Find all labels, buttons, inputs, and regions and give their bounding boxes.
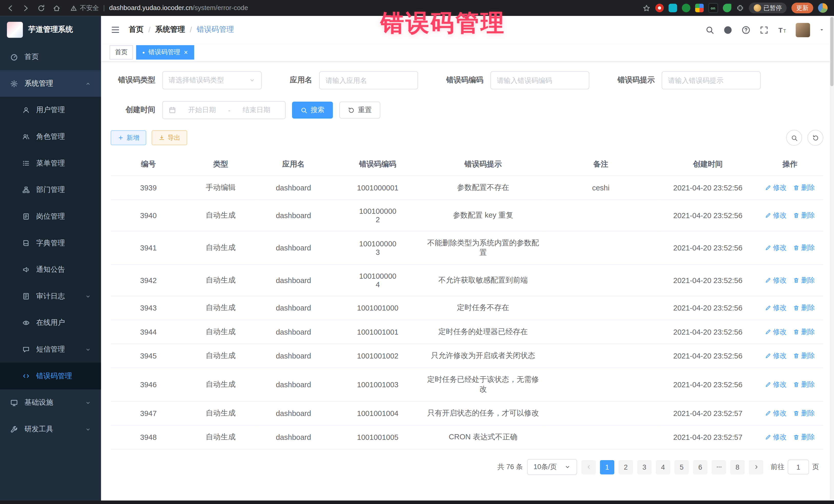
sidebar-item-label: 字典管理 [36, 238, 65, 248]
browser-update-button[interactable]: 更新 [791, 3, 813, 13]
pager-page-4[interactable]: 4 [656, 460, 670, 474]
security-chip[interactable]: 不安全 [70, 3, 99, 12]
cell-code: 1001001002 [332, 344, 424, 368]
extension-icon[interactable] [655, 4, 664, 12]
reset-button[interactable]: 重置 [339, 102, 380, 118]
cell-message: 参数配置不存在 [424, 176, 543, 200]
sidebar-item-system[interactable]: 系统管理 [0, 70, 101, 97]
back-icon[interactable] [6, 4, 14, 12]
row-delete-link[interactable]: 删除 [793, 211, 815, 220]
sidebar-item-dept[interactable]: 部门管理 [0, 177, 101, 203]
row-edit-link[interactable]: 修改 [765, 276, 787, 285]
chevron-down-icon[interactable] [819, 27, 825, 32]
scrollbar[interactable] [830, 16, 834, 500]
breadcrumb-home[interactable]: 首页 [129, 25, 144, 35]
app-logo[interactable]: 芋道管理系统 [0, 16, 101, 44]
extension-icon[interactable] [668, 4, 677, 12]
address-bar[interactable]: dashboard.yudao.iocoder.cn/system/error-… [109, 4, 248, 12]
sidebar-item-infra[interactable]: 基础设施 [0, 389, 101, 416]
search-button[interactable]: 搜索 [292, 102, 333, 118]
bookmark-star-icon[interactable] [642, 4, 650, 12]
row-delete-link[interactable]: 删除 [793, 327, 815, 337]
profile-paused-chip[interactable]: 已暂停 [749, 3, 787, 13]
row-edit-link[interactable]: 修改 [765, 351, 787, 360]
edit-label: 修改 [773, 183, 787, 193]
row-edit-link[interactable]: 修改 [765, 432, 787, 442]
row-delete-link[interactable]: 删除 [793, 243, 815, 253]
fullscreen-icon[interactable] [760, 25, 769, 34]
row-delete-link[interactable]: 删除 [793, 303, 815, 312]
extension-icon[interactable] [695, 4, 703, 12]
row-delete-link[interactable]: 删除 [793, 409, 815, 418]
cell-remark [543, 231, 659, 265]
user-avatar[interactable] [796, 23, 810, 37]
scrollbar-thumb[interactable] [830, 17, 833, 86]
sidebar-item-home[interactable]: 首页 [0, 44, 101, 70]
app-name-input[interactable] [319, 71, 418, 89]
edit-label: 修改 [773, 303, 787, 312]
reload-icon[interactable] [37, 4, 45, 12]
row-edit-link[interactable]: 修改 [765, 327, 787, 337]
row-edit-link[interactable]: 修改 [765, 243, 787, 253]
row-delete-link[interactable]: 删除 [793, 351, 815, 360]
row-edit-link[interactable]: 修改 [765, 303, 787, 312]
tab-home[interactable]: 首页 [110, 45, 133, 60]
sidebar-item-notice[interactable]: 通知公告 [0, 256, 101, 283]
row-delete-link[interactable]: 删除 [793, 380, 815, 389]
pager-next-button[interactable] [749, 460, 763, 474]
show-search-button[interactable] [786, 130, 802, 146]
error-code-input[interactable] [490, 71, 589, 89]
pagination-total: 共 76 条 [498, 462, 523, 472]
sidebar-item-online-user[interactable]: 在线用户 [0, 309, 101, 336]
sidebar-item-sms[interactable]: 短信管理 [0, 336, 101, 363]
sidebar-item-role[interactable]: 角色管理 [0, 124, 101, 150]
extension-leaf-icon[interactable] [723, 4, 731, 12]
row-delete-link[interactable]: 删除 [793, 432, 815, 442]
pager-page-3[interactable]: 3 [637, 460, 652, 474]
sidebar-item-devtools[interactable]: 研发工具 [0, 416, 101, 443]
sidebar-item-dict[interactable]: 字典管理 [0, 230, 101, 256]
cell-operations: 修改删除 [756, 176, 823, 200]
pager-more-button[interactable] [711, 460, 726, 474]
pager-page-8[interactable]: 8 [730, 460, 745, 474]
text-size-icon[interactable]: TT [777, 25, 787, 34]
sidebar-item-menu[interactable]: 菜单管理 [0, 150, 101, 177]
add-button[interactable]: 新增 [111, 130, 146, 145]
pager-page-2[interactable]: 2 [619, 460, 633, 474]
type-select[interactable]: 请选择错误码类型 [162, 71, 262, 89]
row-edit-link[interactable]: 修改 [765, 409, 787, 418]
browser-profile-avatar[interactable] [818, 3, 828, 13]
pager-page-5[interactable]: 5 [674, 460, 689, 474]
help-icon[interactable] [741, 25, 750, 34]
puzzle-extensions-icon[interactable] [736, 4, 744, 12]
row-edit-link[interactable]: 修改 [765, 211, 787, 220]
github-icon[interactable] [723, 25, 732, 34]
row-edit-link[interactable]: 修改 [765, 380, 787, 389]
forward-icon[interactable] [22, 4, 30, 12]
export-button[interactable]: 导出 [152, 130, 187, 145]
home-icon[interactable] [52, 4, 61, 12]
breadcrumb-system[interactable]: 系统管理 [155, 25, 185, 35]
hamburger-icon[interactable] [111, 25, 120, 35]
sidebar-item-error-code[interactable]: 错误码管理 [0, 363, 101, 390]
pager-prev-button[interactable] [581, 460, 596, 474]
goto-page-input[interactable] [788, 460, 809, 475]
row-delete-link[interactable]: 删除 [793, 183, 815, 193]
pager-page-6[interactable]: 6 [693, 460, 707, 474]
row-edit-link[interactable]: 修改 [765, 183, 787, 193]
search-button-label: 搜索 [310, 105, 324, 115]
sidebar-item-audit-log[interactable]: 审计日志 [0, 283, 101, 310]
error-hint-input[interactable] [662, 71, 761, 89]
close-icon[interactable] [183, 49, 189, 56]
page-size-select[interactable]: 10条/页 [527, 459, 577, 475]
sidebar-item-user[interactable]: 用户管理 [0, 97, 101, 124]
extension-on-badge-icon[interactable]: on [708, 3, 718, 13]
date-range-picker[interactable]: 开始日期 - 结束日期 [162, 101, 286, 119]
extension-icon[interactable] [682, 4, 690, 12]
pager-page-1[interactable]: 1 [600, 460, 614, 474]
search-icon[interactable] [705, 25, 714, 34]
sidebar-item-post[interactable]: 岗位管理 [0, 203, 101, 230]
refresh-table-button[interactable] [807, 130, 823, 146]
row-delete-link[interactable]: 删除 [793, 276, 815, 285]
tab-error-code[interactable]: 错误码管理 [136, 45, 194, 60]
